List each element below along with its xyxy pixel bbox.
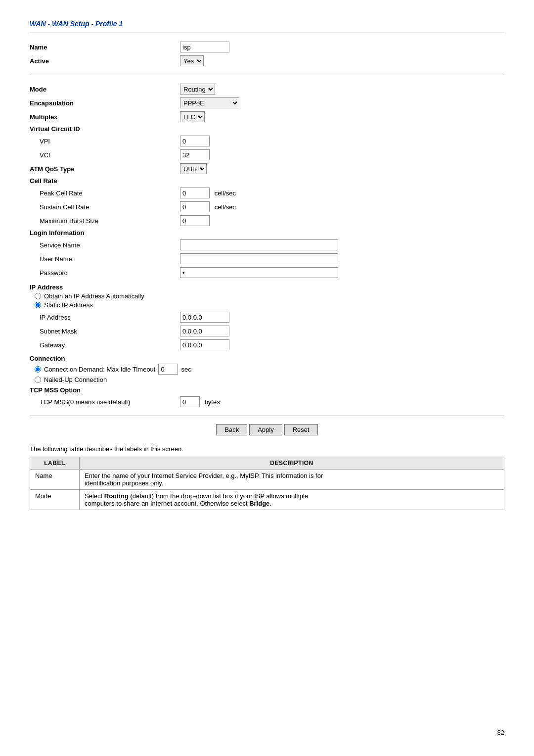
encapsulation-select[interactable]: PPPoE PPPoA RFC 1483 ENET ENCAP: [180, 97, 239, 108]
tcp-mss-section-label: TCP MSS Option: [30, 386, 504, 394]
nailed-up-radio[interactable]: [35, 377, 41, 383]
multiplex-select[interactable]: LLC VC: [180, 111, 205, 122]
desc-row-name: Name Enter the name of your Internet Ser…: [30, 470, 504, 490]
desc-row-mode: Mode Select Routing (default) from the d…: [30, 490, 504, 510]
desc-col-label: LABEL: [30, 457, 80, 470]
cell-rate-label: Cell Rate: [30, 177, 57, 185]
service-name-label: Service Name: [30, 241, 80, 249]
vpi-input[interactable]: [180, 136, 210, 146]
user-name-label: User Name: [30, 255, 72, 263]
encapsulation-label: Encapsulation: [30, 99, 74, 107]
connect-demand-label: Connect on Demand: Max Idle Timeout: [44, 366, 155, 373]
mode-label: Mode: [30, 86, 46, 93]
static-ip-radio[interactable]: [35, 302, 41, 308]
ip-address-section-label: IP Address: [30, 284, 504, 291]
sustain-cell-label: Sustain Cell Rate: [30, 203, 89, 211]
max-burst-input[interactable]: [180, 215, 210, 226]
multiplex-label: Multiplex: [30, 113, 57, 121]
vci-label: VCI: [30, 151, 50, 159]
desc-intro: The following table describes the labels…: [30, 445, 504, 453]
divider-1: [30, 75, 504, 75]
ip-address-label: IP Address: [30, 314, 71, 321]
tcp-mss-table: TCP MSS(0 means use default) bytes: [30, 395, 504, 409]
reset-button[interactable]: Reset: [284, 424, 318, 435]
ip-fields-table: IP Address Subnet Mask Gateway: [30, 310, 504, 352]
desc-desc-mode: Select Routing (default) from the drop-d…: [80, 490, 504, 510]
password-label: Password: [30, 269, 68, 277]
description-table: LABEL DESCRIPTION Name Enter the name of…: [30, 457, 504, 510]
sustain-cell-input[interactable]: [180, 201, 210, 212]
desc-desc-name: Enter the name of your Internet Service …: [80, 470, 504, 490]
vci-input[interactable]: [180, 149, 210, 160]
atm-qos-select[interactable]: UBR CBR VBR: [180, 163, 207, 174]
connect-demand-input[interactable]: [158, 364, 178, 375]
apply-button[interactable]: Apply: [249, 424, 282, 435]
mode-select[interactable]: Routing Bridge: [180, 84, 215, 94]
obtain-auto-label: Obtain an IP Address Automatically: [44, 292, 144, 300]
divider-2: [30, 416, 504, 416]
active-select[interactable]: Yes No: [180, 55, 204, 66]
max-burst-label: Maximum Burst Size: [30, 217, 98, 225]
top-divider: [30, 33, 504, 33]
page-number: 32: [497, 729, 504, 736]
desc-col-description: DESCRIPTION: [80, 457, 504, 470]
static-ip-label: Static IP Address: [44, 301, 93, 309]
nailed-up-label: Nailed-Up Connection: [44, 376, 107, 383]
login-info-label: Login Information: [30, 229, 84, 236]
gateway-input[interactable]: [180, 339, 229, 350]
basic-info-table: Name Active Yes No: [30, 40, 504, 68]
mode-table: Mode Routing Bridge Encapsulation PPPoE …: [30, 82, 504, 280]
vpi-label: VPI: [30, 138, 50, 145]
ip-address-input[interactable]: [180, 312, 229, 323]
section-title: WAN - WAN Setup - Profile 1: [30, 20, 504, 28]
active-label: Active: [30, 57, 49, 65]
back-button[interactable]: Back: [216, 424, 247, 435]
gateway-label: Gateway: [30, 341, 65, 349]
connect-demand-unit: sec: [181, 366, 191, 373]
service-name-input[interactable]: [180, 239, 338, 250]
user-name-input[interactable]: [180, 253, 338, 264]
desc-label-mode: Mode: [30, 490, 80, 510]
connection-section-label: Connection: [30, 355, 504, 362]
tcp-mss-unit: bytes: [205, 398, 220, 406]
button-row: Back Apply Reset: [30, 424, 504, 435]
password-input[interactable]: [180, 267, 338, 278]
tcp-mss-input[interactable]: [180, 396, 200, 407]
obtain-auto-radio[interactable]: [35, 293, 41, 299]
connect-demand-radio[interactable]: [35, 366, 41, 373]
peak-cell-unit: cell/sec: [215, 189, 236, 197]
name-input[interactable]: [180, 42, 229, 52]
subnet-mask-label: Subnet Mask: [30, 328, 77, 335]
subnet-mask-input[interactable]: [180, 326, 229, 336]
peak-cell-input[interactable]: [180, 188, 210, 198]
sustain-cell-unit: cell/sec: [215, 203, 236, 211]
name-label: Name: [30, 44, 47, 51]
virtual-circuit-label: Virtual Circuit ID: [30, 125, 80, 133]
tcp-mss-label: TCP MSS(0 means use default): [30, 398, 130, 406]
desc-label-name: Name: [30, 470, 80, 490]
atm-qos-label: ATM QoS Type: [30, 165, 75, 173]
peak-cell-label: Peak Cell Rate: [30, 189, 83, 197]
